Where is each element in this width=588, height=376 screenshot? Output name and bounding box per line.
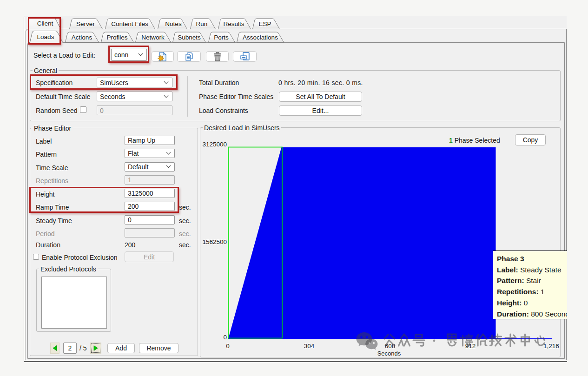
svg-text:Subnets: Subnets <box>178 34 201 41</box>
svg-text:Network: Network <box>141 34 165 41</box>
svg-text:Run: Run <box>196 20 208 27</box>
svg-text:Profiles: Profiles <box>106 34 127 41</box>
svg-text:Actions: Actions <box>72 34 92 41</box>
svg-text:Notes: Notes <box>165 20 182 27</box>
svg-text:Associations: Associations <box>243 34 278 41</box>
svg-text:Server: Server <box>76 20 95 27</box>
svg-text:Content Files: Content Files <box>111 20 148 27</box>
svg-text:ESP: ESP <box>258 20 271 27</box>
svg-text:Results: Results <box>223 20 244 27</box>
svg-text:Ports: Ports <box>214 34 229 41</box>
